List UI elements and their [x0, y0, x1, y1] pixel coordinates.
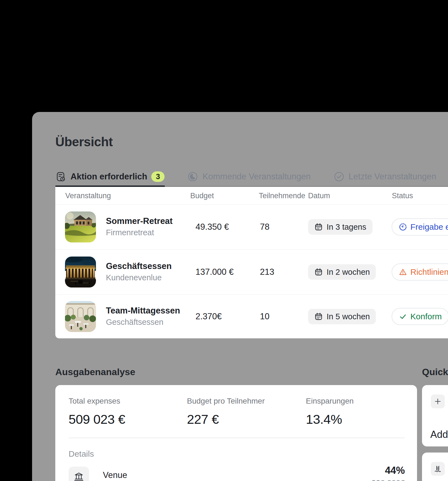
calendar-icon [314, 223, 323, 231]
table-row[interactable]: Sommer-Retreat Firmenretreat 49.350 € 78… [55, 205, 448, 250]
warning-triangle-icon [399, 268, 407, 276]
event-thumbnail-night-building [65, 257, 96, 287]
event-participants: 10 [260, 312, 269, 321]
event-participants: 78 [260, 222, 269, 232]
stat-value: 509 023 € [69, 412, 125, 427]
document-clock-icon [55, 171, 66, 182]
detail-item-percent: 44% [385, 465, 405, 476]
status-badge-pending: Freigabe erf [392, 218, 448, 236]
date-chip: In 5 wochen [308, 309, 376, 324]
event-title: Geschäftsessen [106, 262, 172, 271]
column-header-participants: Teilnehmende [259, 191, 305, 200]
quick-card-add[interactable]: Add [422, 385, 448, 446]
tab-label: Aktion erforderlich [71, 172, 147, 182]
event-date-cell: In 3 tagens [308, 219, 373, 235]
stat-value: 227 € [187, 412, 265, 427]
add-card-label: Add [430, 429, 448, 440]
event-title: Team-Mittagessen [106, 306, 180, 315]
date-chip: In 3 tagens [308, 219, 373, 235]
clock-circle-icon [187, 171, 198, 182]
stat-savings: Einsparungen 13.4% [306, 385, 354, 409]
calendar-icon [314, 312, 323, 321]
event-status-cell: Richtlinienw [392, 263, 448, 281]
event-subtitle: Geschäftsessen [106, 318, 180, 327]
date-chip-label: In 3 tagens [327, 223, 366, 232]
expense-analysis-panel: Total expenses 509 023 € Budget pro Teil… [55, 385, 417, 481]
status-label: Richtlinienw [410, 267, 448, 277]
screen: Übersicht Aktion erforderlich 3 [0, 0, 448, 481]
event-status-cell: Konform [392, 308, 448, 325]
check-circle-icon [334, 171, 345, 182]
event-status-cell: Freigabe erf [392, 218, 448, 236]
stat-value: 13.4% [306, 412, 354, 427]
event-date-cell: In 5 wochen [308, 309, 376, 324]
event-budget: 2.370€ [196, 312, 222, 321]
event-title: Sommer-Retreat [106, 216, 173, 226]
stat-label: Total expenses [69, 397, 125, 406]
column-header-status: Status [392, 191, 413, 200]
tab-action-required[interactable]: Aktion erforderlich 3 [55, 171, 165, 182]
event-budget: 137.000 € [196, 267, 234, 277]
date-chip-label: In 2 wochen [327, 268, 370, 277]
tab-past-events[interactable]: Letzte Veranstaltungen [334, 171, 436, 182]
tab-bar: Aktion erforderlich 3 Kommende Veranstal… [55, 167, 436, 187]
event-subtitle: Firmenretreat [106, 228, 173, 237]
status-badge-ok: Konform [392, 308, 448, 325]
column-header-budget: Budget [190, 191, 214, 200]
date-chip: In 2 wochen [308, 264, 376, 280]
events-table: Veranstaltung Budget Teilnehmende Datum … [55, 187, 448, 338]
detail-item-amount: 226 000€ [371, 479, 405, 481]
table-header: Veranstaltung Budget Teilnehmende Datum … [55, 187, 448, 205]
quick-actions-heading: Quick [422, 367, 448, 377]
overview-modal-card: Übersicht Aktion erforderlich 3 [32, 112, 448, 481]
status-label: Freigabe erf [410, 222, 448, 232]
venue-icon-box [69, 467, 89, 481]
table-row[interactable]: Geschäftsessen Kundenevenlue 137.000 € 2… [55, 250, 448, 295]
event-date-cell: In 2 wochen [308, 264, 376, 280]
event-name-cell: Geschäftsessen Kundenevenlue [106, 262, 172, 282]
event-budget: 49.350 € [196, 222, 229, 232]
status-badge-warning: Richtlinienw [392, 263, 448, 281]
status-label: Konform [410, 312, 442, 321]
quick-card-pool[interactable] [422, 453, 448, 481]
clock-pending-icon [399, 223, 407, 231]
details-label: Details [69, 449, 94, 459]
pool-ladder-icon [434, 465, 442, 473]
column-header-date: Datum [308, 191, 330, 200]
event-name-cell: Team-Mittagessen Geschäftsessen [106, 306, 180, 327]
tab-upcoming-events[interactable]: Kommende Veranstaltungen [187, 171, 311, 182]
tab-label: Letzte Veranstaltungen [349, 172, 436, 182]
event-thumbnail-terrace [65, 301, 96, 332]
stat-label: Einsparungen [306, 397, 354, 406]
expense-analysis-heading: Ausgabenanalyse [55, 367, 135, 377]
stat-budget-per-participant: Budget pro Teilnehmer 227 € [187, 385, 265, 409]
tab-label: Kommende Veranstaltungen [202, 172, 311, 182]
detail-item-name: Venue [103, 470, 127, 480]
stat-total-expenses: Total expenses 509 023 € [69, 385, 125, 409]
divider [69, 438, 405, 438]
table-row[interactable]: Team-Mittagessen Geschäftsessen 2.370€ 1… [55, 295, 448, 338]
page-title: Übersicht [55, 134, 113, 149]
event-name-cell: Sommer-Retreat Firmenretreat [106, 216, 173, 237]
event-thumbnail-summer-retreat [65, 211, 96, 242]
date-chip-label: In 5 wochen [327, 312, 370, 321]
calendar-icon [314, 268, 323, 276]
event-subtitle: Kundenevenlue [106, 273, 172, 283]
venue-building-icon [74, 472, 84, 481]
pool-ladder-button[interactable] [431, 462, 445, 476]
event-participants: 213 [260, 267, 274, 277]
check-icon [399, 312, 407, 321]
plus-icon [434, 398, 442, 405]
column-header-event: Veranstaltung [65, 191, 111, 200]
add-button[interactable] [431, 394, 445, 408]
tab-count-badge: 3 [151, 171, 165, 182]
stat-label: Budget pro Teilnehmer [187, 397, 265, 406]
